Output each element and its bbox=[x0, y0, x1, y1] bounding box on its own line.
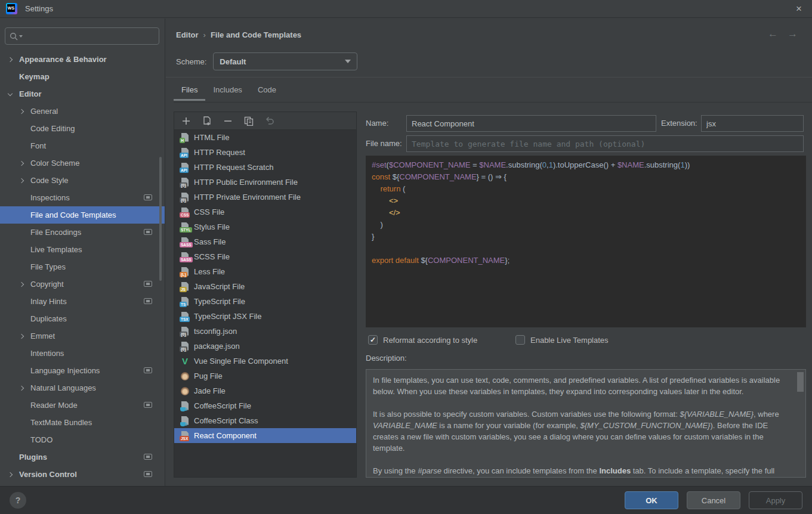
tab-code[interactable]: Code bbox=[250, 78, 284, 102]
template-item-javascript-file[interactable]: JSJavaScript File bbox=[174, 279, 356, 294]
template-item-label: Stylus File bbox=[194, 222, 230, 231]
sidebar-item-code-style[interactable]: Code Style bbox=[0, 172, 165, 189]
help-button[interactable]: ? bbox=[10, 492, 26, 509]
sidebar-item-reader-mode[interactable]: Reader Mode bbox=[0, 397, 165, 414]
file-type-icon: {L} bbox=[180, 267, 190, 277]
filename-input[interactable] bbox=[406, 135, 804, 152]
chevron-right-icon[interactable] bbox=[20, 386, 30, 390]
template-item-http-public-environment-file[interactable]: {0}HTTP Public Environment File bbox=[174, 175, 356, 190]
sidebar-item-font[interactable]: Font bbox=[0, 137, 165, 154]
search-input[interactable] bbox=[5, 27, 159, 45]
cancel-button[interactable]: Cancel bbox=[687, 491, 740, 509]
duplicate-icon[interactable] bbox=[244, 116, 254, 126]
template-code-editor[interactable]: #set($COMPONENT_NAME = $NAME.substring(0… bbox=[366, 156, 806, 327]
forward-icon[interactable]: → bbox=[788, 28, 798, 40]
sidebar-item-file-and-code-templates[interactable]: File and Code Templates bbox=[0, 206, 165, 224]
sidebar-item-label: File Types bbox=[30, 262, 66, 271]
file-type-icon: TS bbox=[180, 297, 190, 306]
template-item-package-json[interactable]: {0}package.json bbox=[174, 339, 356, 354]
template-item-react-component[interactable]: JSXReact Component bbox=[174, 428, 356, 443]
sidebar-item-keymap[interactable]: Keymap bbox=[0, 68, 165, 85]
template-item-typescript-jsx-file[interactable]: TSXTypeScript JSX File bbox=[174, 309, 356, 324]
sidebar-item-editor[interactable]: Editor bbox=[0, 85, 165, 103]
ok-button[interactable]: OK bbox=[625, 491, 678, 509]
template-item-http-request[interactable]: APIHTTP Request bbox=[174, 145, 356, 160]
template-item-less-file[interactable]: {L}Less File bbox=[174, 264, 356, 279]
settings-window: Settings × Appearance & BehaviorKeymapEd… bbox=[0, 0, 812, 514]
settings-sidebar: Appearance & BehaviorKeymapEditorGeneral… bbox=[0, 18, 165, 486]
breadcrumb-item[interactable]: Editor bbox=[176, 30, 199, 39]
sidebar-item-natural-languages[interactable]: Natural Languages bbox=[0, 379, 165, 397]
template-item-coffeescript-class[interactable]: CoffeeScript Class bbox=[174, 413, 356, 428]
template-item-vue-single-file-component[interactable]: VVue Single File Component bbox=[174, 354, 356, 369]
sidebar-item-inlay-hints[interactable]: Inlay Hints bbox=[0, 293, 165, 310]
project-scope-icon bbox=[144, 367, 152, 373]
sidebar-item-inspections[interactable]: Inspections bbox=[0, 189, 165, 206]
chevron-right-icon[interactable] bbox=[8, 473, 19, 476]
sidebar-item-color-scheme[interactable]: Color Scheme bbox=[0, 154, 165, 172]
extension-input[interactable] bbox=[701, 115, 804, 132]
apply-button[interactable]: Apply bbox=[749, 491, 802, 509]
revert-icon[interactable] bbox=[265, 116, 274, 126]
sidebar-item-code-editing[interactable]: Code Editing bbox=[0, 120, 165, 137]
chevron-right-icon[interactable] bbox=[20, 162, 30, 165]
template-item-html-file[interactable]: HHTML File bbox=[174, 130, 356, 145]
sidebar-item-file-types[interactable]: File Types bbox=[0, 258, 165, 275]
name-label: Name: bbox=[366, 119, 388, 128]
name-input[interactable] bbox=[406, 115, 656, 132]
template-item-pug-file[interactable]: Pug File bbox=[174, 369, 356, 383]
remove-icon[interactable] bbox=[223, 116, 233, 126]
chevron-right-icon[interactable] bbox=[20, 110, 30, 113]
sidebar-item-emmet[interactable]: Emmet bbox=[0, 327, 165, 345]
template-item-typescript-file[interactable]: TSTypeScript File bbox=[174, 294, 356, 309]
template-item-jade-file[interactable]: Jade File bbox=[174, 383, 356, 398]
sidebar-item-label: General bbox=[30, 107, 58, 116]
sidebar-item-label: Keymap bbox=[19, 72, 50, 81]
chevron-right-icon[interactable] bbox=[8, 58, 19, 61]
sidebar-item-file-encodings[interactable]: File Encodings bbox=[0, 224, 165, 241]
scheme-label: Scheme: bbox=[176, 57, 206, 66]
sidebar-scrollbar[interactable] bbox=[159, 157, 162, 281]
sidebar-item-textmate-bundles[interactable]: TextMate Bundles bbox=[0, 414, 165, 431]
sidebar-item-todo[interactable]: TODO bbox=[0, 431, 165, 448]
template-item-stylus-file[interactable]: STYLStylus File bbox=[174, 219, 356, 234]
code-line: </> bbox=[372, 207, 800, 219]
template-item-css-file[interactable]: CSSCSS File bbox=[174, 205, 356, 219]
sidebar-item-plugins[interactable]: Plugins bbox=[0, 448, 165, 466]
copy-template-icon[interactable] bbox=[202, 116, 212, 126]
template-item-http-private-environment-file[interactable]: {0}HTTP Private Environment File bbox=[174, 190, 356, 205]
tab-files[interactable]: Files bbox=[174, 78, 205, 102]
file-type-icon: SASS bbox=[180, 237, 190, 247]
file-type-icon: TSX bbox=[180, 312, 190, 321]
chevron-down-icon[interactable] bbox=[8, 93, 19, 95]
tab-includes[interactable]: Includes bbox=[205, 78, 249, 102]
search-icon bbox=[10, 32, 18, 41]
chevron-right-icon[interactable] bbox=[20, 283, 30, 286]
template-item-scss-file[interactable]: SASSSCSS File bbox=[174, 249, 356, 264]
template-item-tsconfig-json[interactable]: {0}tsconfig.json bbox=[174, 324, 356, 339]
sidebar-item-version-control[interactable]: Version Control bbox=[0, 466, 165, 483]
template-item-http-request-scratch[interactable]: APIHTTP Request Scratch bbox=[174, 160, 356, 175]
back-icon[interactable]: ← bbox=[768, 28, 778, 40]
code-line: } bbox=[372, 231, 800, 243]
close-icon[interactable]: × bbox=[792, 3, 806, 15]
template-item-sass-file[interactable]: SASSSass File bbox=[174, 234, 356, 249]
sidebar-item-live-templates[interactable]: Live Templates bbox=[0, 241, 165, 258]
reformat-checkbox[interactable]: ✓ bbox=[368, 335, 378, 345]
scheme-select[interactable]: Default bbox=[213, 52, 357, 70]
chevron-right-icon[interactable] bbox=[20, 335, 30, 338]
sidebar-item-language-injections[interactable]: Language Injections bbox=[0, 362, 165, 379]
description-scrollbar[interactable] bbox=[797, 372, 804, 392]
chevron-right-icon[interactable] bbox=[20, 179, 30, 182]
sidebar-item-label: File Encodings bbox=[30, 228, 81, 237]
sidebar-item-appearance-behavior[interactable]: Appearance & Behavior bbox=[0, 51, 165, 68]
sidebar-item-general[interactable]: General bbox=[0, 103, 165, 120]
sidebar-item-intentions[interactable]: Intentions bbox=[0, 345, 165, 362]
live-templates-checkbox[interactable] bbox=[515, 335, 525, 345]
template-item-coffeescript-file[interactable]: CoffeeScript File bbox=[174, 398, 356, 413]
code-line: <> bbox=[372, 195, 800, 207]
add-icon[interactable] bbox=[181, 116, 191, 126]
sidebar-item-copyright[interactable]: Copyright bbox=[0, 275, 165, 293]
sidebar-item-duplicates[interactable]: Duplicates bbox=[0, 310, 165, 327]
breadcrumb-item[interactable]: File and Code Templates bbox=[211, 30, 301, 39]
